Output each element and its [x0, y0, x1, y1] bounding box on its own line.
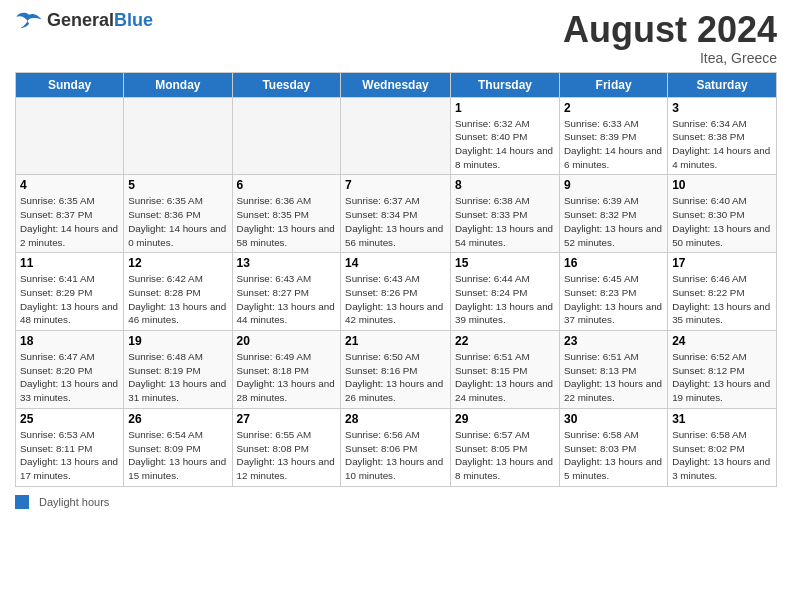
weekday-wednesday: Wednesday — [341, 72, 451, 97]
day-info: Sunrise: 6:54 AM Sunset: 8:09 PM Dayligh… — [128, 428, 227, 483]
day-number: 28 — [345, 412, 446, 426]
day-info: Sunrise: 6:35 AM Sunset: 8:37 PM Dayligh… — [20, 194, 119, 249]
calendar-cell: 10Sunrise: 6:40 AM Sunset: 8:30 PM Dayli… — [668, 175, 777, 253]
calendar-cell: 4Sunrise: 6:35 AM Sunset: 8:37 PM Daylig… — [16, 175, 124, 253]
title-block: August 2024 Itea, Greece — [563, 10, 777, 66]
day-number: 2 — [564, 101, 663, 115]
day-info: Sunrise: 6:58 AM Sunset: 8:03 PM Dayligh… — [564, 428, 663, 483]
day-info: Sunrise: 6:39 AM Sunset: 8:32 PM Dayligh… — [564, 194, 663, 249]
calendar-cell: 9Sunrise: 6:39 AM Sunset: 8:32 PM Daylig… — [560, 175, 668, 253]
day-info: Sunrise: 6:46 AM Sunset: 8:22 PM Dayligh… — [672, 272, 772, 327]
calendar-cell: 11Sunrise: 6:41 AM Sunset: 8:29 PM Dayli… — [16, 253, 124, 331]
calendar-cell: 29Sunrise: 6:57 AM Sunset: 8:05 PM Dayli… — [451, 408, 560, 486]
calendar-cell: 30Sunrise: 6:58 AM Sunset: 8:03 PM Dayli… — [560, 408, 668, 486]
day-info: Sunrise: 6:56 AM Sunset: 8:06 PM Dayligh… — [345, 428, 446, 483]
calendar-cell: 21Sunrise: 6:50 AM Sunset: 8:16 PM Dayli… — [341, 331, 451, 409]
day-info: Sunrise: 6:41 AM Sunset: 8:29 PM Dayligh… — [20, 272, 119, 327]
location-label: Itea, Greece — [563, 50, 777, 66]
day-info: Sunrise: 6:52 AM Sunset: 8:12 PM Dayligh… — [672, 350, 772, 405]
calendar-cell — [232, 97, 341, 175]
weekday-sunday: Sunday — [16, 72, 124, 97]
day-number: 21 — [345, 334, 446, 348]
day-info: Sunrise: 6:49 AM Sunset: 8:18 PM Dayligh… — [237, 350, 337, 405]
weekday-saturday: Saturday — [668, 72, 777, 97]
day-number: 20 — [237, 334, 337, 348]
calendar-week-row: 18Sunrise: 6:47 AM Sunset: 8:20 PM Dayli… — [16, 331, 777, 409]
day-number: 13 — [237, 256, 337, 270]
logo: GeneralBlue — [15, 10, 153, 31]
day-number: 17 — [672, 256, 772, 270]
calendar-cell: 26Sunrise: 6:54 AM Sunset: 8:09 PM Dayli… — [124, 408, 232, 486]
day-info: Sunrise: 6:40 AM Sunset: 8:30 PM Dayligh… — [672, 194, 772, 249]
day-number: 24 — [672, 334, 772, 348]
calendar-cell: 17Sunrise: 6:46 AM Sunset: 8:22 PM Dayli… — [668, 253, 777, 331]
footer: Daylight hours — [15, 495, 777, 509]
day-number: 29 — [455, 412, 555, 426]
day-info: Sunrise: 6:44 AM Sunset: 8:24 PM Dayligh… — [455, 272, 555, 327]
calendar-cell: 28Sunrise: 6:56 AM Sunset: 8:06 PM Dayli… — [341, 408, 451, 486]
day-info: Sunrise: 6:43 AM Sunset: 8:26 PM Dayligh… — [345, 272, 446, 327]
day-number: 9 — [564, 178, 663, 192]
day-number: 22 — [455, 334, 555, 348]
calendar-cell: 12Sunrise: 6:42 AM Sunset: 8:28 PM Dayli… — [124, 253, 232, 331]
calendar-cell: 23Sunrise: 6:51 AM Sunset: 8:13 PM Dayli… — [560, 331, 668, 409]
day-info: Sunrise: 6:53 AM Sunset: 8:11 PM Dayligh… — [20, 428, 119, 483]
calendar-cell: 20Sunrise: 6:49 AM Sunset: 8:18 PM Dayli… — [232, 331, 341, 409]
day-number: 23 — [564, 334, 663, 348]
day-number: 12 — [128, 256, 227, 270]
month-year-title: August 2024 — [563, 10, 777, 50]
calendar-cell: 14Sunrise: 6:43 AM Sunset: 8:26 PM Dayli… — [341, 253, 451, 331]
calendar-cell — [341, 97, 451, 175]
day-number: 8 — [455, 178, 555, 192]
weekday-tuesday: Tuesday — [232, 72, 341, 97]
calendar-cell: 24Sunrise: 6:52 AM Sunset: 8:12 PM Dayli… — [668, 331, 777, 409]
day-info: Sunrise: 6:55 AM Sunset: 8:08 PM Dayligh… — [237, 428, 337, 483]
day-info: Sunrise: 6:58 AM Sunset: 8:02 PM Dayligh… — [672, 428, 772, 483]
calendar-cell — [124, 97, 232, 175]
day-number: 4 — [20, 178, 119, 192]
day-info: Sunrise: 6:36 AM Sunset: 8:35 PM Dayligh… — [237, 194, 337, 249]
calendar-cell: 19Sunrise: 6:48 AM Sunset: 8:19 PM Dayli… — [124, 331, 232, 409]
day-number: 7 — [345, 178, 446, 192]
page-header: GeneralBlue August 2024 Itea, Greece — [15, 10, 777, 66]
day-number: 31 — [672, 412, 772, 426]
day-number: 26 — [128, 412, 227, 426]
calendar-week-row: 11Sunrise: 6:41 AM Sunset: 8:29 PM Dayli… — [16, 253, 777, 331]
calendar-week-row: 1Sunrise: 6:32 AM Sunset: 8:40 PM Daylig… — [16, 97, 777, 175]
calendar-week-row: 25Sunrise: 6:53 AM Sunset: 8:11 PM Dayli… — [16, 408, 777, 486]
day-info: Sunrise: 6:51 AM Sunset: 8:15 PM Dayligh… — [455, 350, 555, 405]
day-number: 5 — [128, 178, 227, 192]
day-number: 10 — [672, 178, 772, 192]
calendar-cell: 16Sunrise: 6:45 AM Sunset: 8:23 PM Dayli… — [560, 253, 668, 331]
weekday-thursday: Thursday — [451, 72, 560, 97]
day-info: Sunrise: 6:48 AM Sunset: 8:19 PM Dayligh… — [128, 350, 227, 405]
weekday-monday: Monday — [124, 72, 232, 97]
day-number: 1 — [455, 101, 555, 115]
day-number: 15 — [455, 256, 555, 270]
day-info: Sunrise: 6:42 AM Sunset: 8:28 PM Dayligh… — [128, 272, 227, 327]
day-info: Sunrise: 6:47 AM Sunset: 8:20 PM Dayligh… — [20, 350, 119, 405]
day-number: 3 — [672, 101, 772, 115]
calendar-cell: 27Sunrise: 6:55 AM Sunset: 8:08 PM Dayli… — [232, 408, 341, 486]
day-info: Sunrise: 6:32 AM Sunset: 8:40 PM Dayligh… — [455, 117, 555, 172]
logo-bird-icon — [15, 11, 43, 31]
day-number: 27 — [237, 412, 337, 426]
calendar-cell — [16, 97, 124, 175]
calendar-cell: 5Sunrise: 6:35 AM Sunset: 8:36 PM Daylig… — [124, 175, 232, 253]
calendar-cell: 2Sunrise: 6:33 AM Sunset: 8:39 PM Daylig… — [560, 97, 668, 175]
calendar-cell: 8Sunrise: 6:38 AM Sunset: 8:33 PM Daylig… — [451, 175, 560, 253]
day-number: 25 — [20, 412, 119, 426]
day-number: 11 — [20, 256, 119, 270]
day-number: 18 — [20, 334, 119, 348]
weekday-friday: Friday — [560, 72, 668, 97]
day-number: 6 — [237, 178, 337, 192]
day-info: Sunrise: 6:34 AM Sunset: 8:38 PM Dayligh… — [672, 117, 772, 172]
day-number: 30 — [564, 412, 663, 426]
calendar-cell: 6Sunrise: 6:36 AM Sunset: 8:35 PM Daylig… — [232, 175, 341, 253]
calendar-table: SundayMondayTuesdayWednesdayThursdayFrid… — [15, 72, 777, 487]
calendar-cell: 1Sunrise: 6:32 AM Sunset: 8:40 PM Daylig… — [451, 97, 560, 175]
weekday-header-row: SundayMondayTuesdayWednesdayThursdayFrid… — [16, 72, 777, 97]
calendar-cell: 13Sunrise: 6:43 AM Sunset: 8:27 PM Dayli… — [232, 253, 341, 331]
calendar-cell: 25Sunrise: 6:53 AM Sunset: 8:11 PM Dayli… — [16, 408, 124, 486]
day-number: 16 — [564, 256, 663, 270]
